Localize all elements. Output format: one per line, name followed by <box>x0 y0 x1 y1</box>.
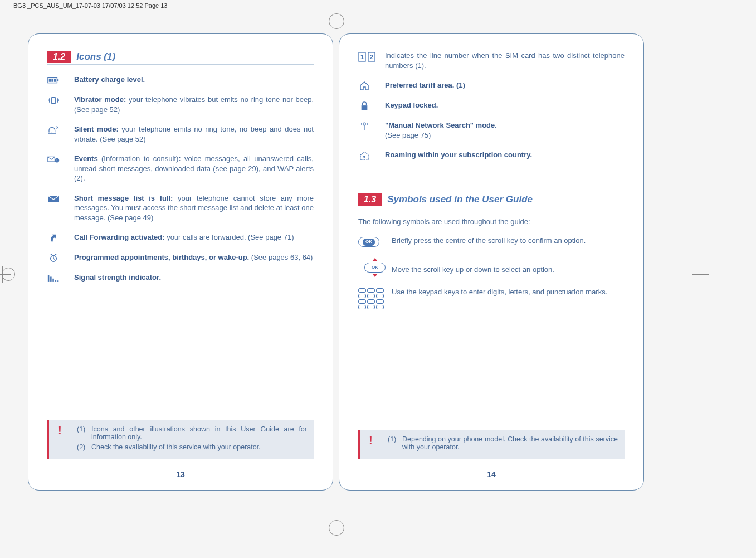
events-icon <box>47 154 74 164</box>
svg-rect-5 <box>51 98 55 104</box>
battery-icon <box>47 75 74 85</box>
footnote-right: ! (1)Depending on your phone model. Chec… <box>358 430 625 459</box>
manual-desc: "Manual Network Search" mode. (See page … <box>385 120 625 140</box>
svg-rect-13 <box>55 280 57 282</box>
icon-row-lock: Keypad locked. <box>358 100 625 110</box>
svg-text:1: 1 <box>360 54 364 60</box>
antenna-icon <box>358 120 385 130</box>
keypad-icon <box>358 287 392 309</box>
file-header: BG3 _PCS_AUS_UM_17-07-03 17/07/03 12:52 … <box>11 0 169 11</box>
lines-desc: Indicates the line number when the SIM c… <box>385 51 625 70</box>
crop-circle-left <box>2 268 15 281</box>
svg-rect-1 <box>57 79 58 81</box>
icon-row-signal: Signal strength indicator. <box>47 273 314 283</box>
icon-row-manual: "Manual Network Search" mode. (See page … <box>358 120 625 140</box>
silent-icon <box>47 124 74 134</box>
vibrate-icon <box>47 95 74 105</box>
clock-icon <box>47 253 74 263</box>
ok-press-icon: OK <box>358 236 392 247</box>
svg-rect-14 <box>57 281 59 282</box>
svg-rect-3 <box>51 79 53 82</box>
svg-rect-4 <box>54 79 56 82</box>
page-number-left: 13 <box>28 470 333 479</box>
svg-text:2: 2 <box>370 54 373 60</box>
symbol-row-ok: OK Briefly press the centre of the scrol… <box>358 236 625 247</box>
ok-press-desc: Briefly press the centre of the scroll k… <box>392 236 625 246</box>
ok-scroll-desc: Move the scroll key up or down to select… <box>392 257 625 275</box>
icon-row-lines: 12 Indicates the line number when the SI… <box>358 51 625 70</box>
right-page: 12 Indicates the line number when the SI… <box>339 33 644 491</box>
page-number-right: 14 <box>339 470 643 479</box>
icon-row-clock: Programmed appointments, birthdays, or w… <box>47 253 314 263</box>
lock-desc: Keypad locked. <box>385 100 625 110</box>
signal-desc: Signal strength indicator. <box>74 273 314 283</box>
icon-row-forward: Call Forwarding activated: your calls ar… <box>47 232 314 242</box>
clock-desc: Programmed appointments, birthdays, or w… <box>74 253 314 263</box>
roaming-desc: Roaming within your subscription country… <box>385 150 625 160</box>
forward-desc: Call Forwarding activated: your calls ar… <box>74 232 314 242</box>
svg-point-21 <box>363 156 365 158</box>
icon-row-events: Events (Information to consult): voice m… <box>47 154 314 183</box>
section-header-1-2: 1.2 Icons (1) <box>47 51 314 65</box>
crop-mark-right <box>692 266 709 283</box>
icon-row-battery: Battery charge level. <box>47 75 314 85</box>
home-icon <box>358 80 385 90</box>
section-title-1-3: Symbols used in the User Guide <box>387 194 533 205</box>
vibrate-desc: Vibrator mode: your telephone vibrates b… <box>74 95 314 114</box>
icon-row-silent: Silent mode: your telephone emits no rin… <box>47 124 314 144</box>
roaming-icon <box>358 150 385 160</box>
ok-scroll-icon: OK <box>358 257 392 277</box>
events-desc: Events (Information to consult): voice m… <box>74 154 314 183</box>
icon-row-smsfull: Short message list is full: your telepho… <box>47 193 314 223</box>
section-title: Icons (1) <box>76 51 115 62</box>
battery-desc: Battery charge level. <box>74 75 314 85</box>
crop-mark-top <box>329 13 344 29</box>
lock-icon <box>358 100 385 110</box>
svg-rect-19 <box>362 105 368 110</box>
footnote-left: ! (1)Icons and other illustrations shown… <box>47 420 314 459</box>
icon-row-home: Preferred tariff area. (1) <box>358 80 625 90</box>
pages-container: 1.2 Icons (1) Battery charge level. Vibr… <box>28 33 644 491</box>
smsfull-icon <box>47 193 74 203</box>
smsfull-desc: Short message list is full: your telepho… <box>74 193 314 223</box>
left-page: 1.2 Icons (1) Battery charge level. Vibr… <box>28 33 333 491</box>
svg-rect-10 <box>48 275 50 282</box>
forward-icon <box>47 232 74 242</box>
exclamation-icon-right: ! <box>369 434 373 447</box>
icon-row-roaming: Roaming within your subscription country… <box>358 150 625 160</box>
svg-point-20 <box>363 123 365 125</box>
silent-desc: Silent mode: your telephone emits no rin… <box>74 124 314 144</box>
svg-rect-11 <box>50 277 52 282</box>
section-number-1-3: 1.3 <box>358 193 382 206</box>
icon-row-vibrate: Vibrator mode: your telephone vibrates b… <box>47 95 314 114</box>
crop-mark-bottom <box>329 520 344 536</box>
signal-icon <box>47 273 74 283</box>
section-number: 1.2 <box>47 51 71 63</box>
home-desc: Preferred tariff area. (1) <box>385 80 625 90</box>
symbol-row-keypad: Use the keypad keys to enter digits, let… <box>358 287 625 309</box>
symbol-row-scroll: OK Move the scroll key up or down to sel… <box>358 257 625 277</box>
symbols-intro: The following symbols are used throughou… <box>358 217 625 226</box>
line-number-icon: 12 <box>358 51 385 62</box>
svg-rect-2 <box>49 79 51 82</box>
section-header-1-3: 1.3 Symbols used in the User Guide <box>358 193 625 207</box>
svg-rect-12 <box>52 279 54 282</box>
keypad-desc: Use the keypad keys to enter digits, let… <box>392 287 625 297</box>
exclamation-icon: ! <box>58 424 62 437</box>
